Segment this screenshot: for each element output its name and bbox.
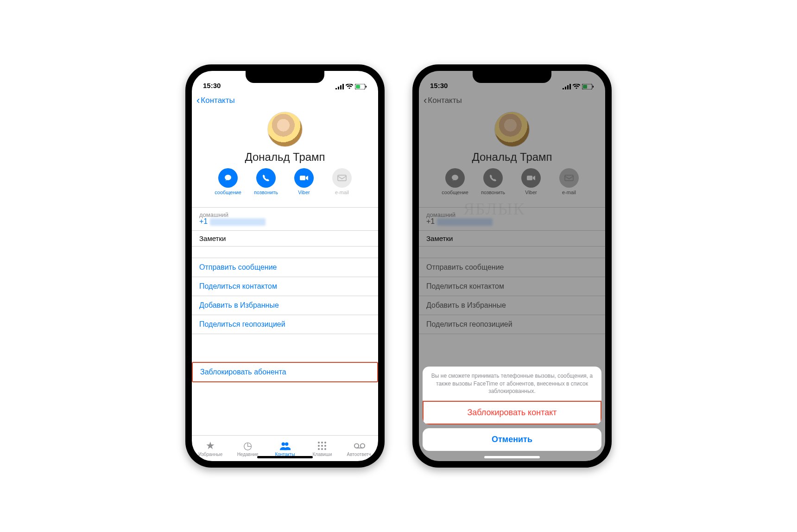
video-icon xyxy=(299,175,309,181)
notch xyxy=(473,71,551,83)
svg-point-12 xyxy=(321,445,323,447)
nav-bar: ‹ Контакты xyxy=(419,91,605,110)
sheet-message: Вы не сможете принимать телефонные вызов… xyxy=(423,367,601,401)
screen-left: 15:30 ‹ Контакты Дональд Трамп сообщение xyxy=(192,71,378,461)
cellular-icon xyxy=(563,84,571,89)
keypad-icon xyxy=(316,440,328,451)
sheet-cancel-button[interactable]: Отменить xyxy=(423,428,601,451)
action-call[interactable]: позвонить xyxy=(251,168,281,195)
svg-point-8 xyxy=(318,442,320,443)
svg-point-16 xyxy=(324,448,326,450)
tab-favorites[interactable]: ★Избранные xyxy=(192,436,229,461)
video-icon xyxy=(526,175,536,181)
action-message: сообщение xyxy=(440,168,470,195)
svg-point-6 xyxy=(282,442,285,445)
link-share-contact: Поделиться контактом xyxy=(419,277,605,296)
battery-icon xyxy=(582,84,594,89)
svg-point-17 xyxy=(354,443,359,448)
action-viber[interactable]: Viber xyxy=(289,168,319,195)
voicemail-icon xyxy=(354,440,365,451)
contact-name: Дональд Трамп xyxy=(419,151,605,164)
action-sheet: Вы не сможете принимать телефонные вызов… xyxy=(423,367,601,424)
action-viber: Viber xyxy=(516,168,546,195)
svg-rect-2 xyxy=(366,86,367,88)
svg-point-23 xyxy=(452,175,458,180)
mail-icon xyxy=(337,175,347,181)
svg-point-11 xyxy=(318,445,320,447)
link-add-favorites: Добавить в Избранные xyxy=(419,296,605,315)
notes-row[interactable]: Заметки xyxy=(192,231,378,247)
phone-value: +1 xyxy=(426,217,598,226)
svg-rect-4 xyxy=(300,176,305,180)
contact-name: Дональд Трамп xyxy=(192,151,378,164)
link-add-favorites[interactable]: Добавить в Избранные xyxy=(192,296,378,315)
svg-rect-1 xyxy=(356,85,360,89)
avatar[interactable] xyxy=(267,112,303,147)
phone-value: +1 xyxy=(199,217,371,226)
back-chevron-icon: ‹ xyxy=(196,95,200,107)
phone-icon xyxy=(489,174,497,182)
svg-point-13 xyxy=(324,445,326,447)
phone-blurred xyxy=(210,218,266,226)
svg-point-10 xyxy=(324,442,326,443)
back-label: Контакты xyxy=(201,96,234,105)
action-row: сообщение позвонить Viber e-mail xyxy=(192,168,378,195)
svg-point-15 xyxy=(321,448,323,450)
status-icons xyxy=(563,84,594,89)
back-label: Контакты xyxy=(428,96,462,105)
phone-field: домашний +1 xyxy=(419,207,605,231)
wifi-icon xyxy=(573,84,580,89)
phone-frame-right: 15:30 ‹ Контакты Дональд Трамп сообщение… xyxy=(412,64,612,468)
link-block-caller[interactable]: Заблокировать абонента xyxy=(192,362,378,382)
avatar xyxy=(494,112,530,147)
home-indicator[interactable] xyxy=(257,456,313,458)
svg-point-7 xyxy=(285,442,288,445)
mail-icon xyxy=(564,175,574,181)
action-row: сообщение позвонить Viber e-mail xyxy=(419,168,605,195)
content-area: Дональд Трамп сообщение позвонить Viber xyxy=(192,110,378,435)
svg-rect-24 xyxy=(527,176,532,180)
action-message[interactable]: сообщение xyxy=(213,168,243,195)
contacts-icon xyxy=(279,440,291,451)
action-email: e-mail xyxy=(327,168,357,195)
cellular-icon xyxy=(335,84,344,89)
phone-field[interactable]: домашний +1 xyxy=(192,207,378,231)
back-chevron-icon: ‹ xyxy=(424,95,427,107)
tab-voicemail[interactable]: Автоответч. xyxy=(341,436,378,461)
notes-row: Заметки xyxy=(419,231,605,247)
link-share-location[interactable]: Поделиться геопозицией xyxy=(192,315,378,334)
wifi-icon xyxy=(346,84,353,89)
link-share-location: Поделиться геопозицией xyxy=(419,315,605,334)
message-icon xyxy=(450,173,460,183)
contact-header: Дональд Трамп сообщение позвонить Viber xyxy=(192,110,378,207)
status-icons xyxy=(335,84,367,89)
svg-rect-22 xyxy=(593,86,594,88)
svg-rect-5 xyxy=(338,175,346,181)
sheet-block-button[interactable]: Заблокировать контакт xyxy=(423,401,601,424)
link-share-contact[interactable]: Поделиться контактом xyxy=(192,277,378,296)
action-email: e-mail xyxy=(554,168,584,195)
screen-right: 15:30 ‹ Контакты Дональд Трамп сообщение… xyxy=(419,71,605,461)
action-call: позвонить xyxy=(478,168,508,195)
nav-bar[interactable]: ‹ Контакты xyxy=(192,91,378,110)
star-icon: ★ xyxy=(205,440,216,451)
svg-rect-25 xyxy=(565,175,573,181)
battery-icon xyxy=(355,84,367,89)
svg-rect-21 xyxy=(583,85,587,89)
svg-point-3 xyxy=(225,175,231,180)
home-indicator[interactable] xyxy=(484,456,540,458)
phone-frame-left: 15:30 ‹ Контакты Дональд Трамп сообщение xyxy=(185,64,385,468)
status-time: 15:30 xyxy=(430,82,448,89)
svg-point-9 xyxy=(321,442,323,443)
link-send-message[interactable]: Отправить сообщение xyxy=(192,258,378,277)
link-send-message: Отправить сообщение xyxy=(419,258,605,277)
svg-point-14 xyxy=(318,448,320,450)
contact-header: Дональд Трамп сообщение позвонить Viber … xyxy=(419,110,605,207)
status-time: 15:30 xyxy=(203,82,221,89)
svg-point-18 xyxy=(361,443,365,448)
clock-icon: ◷ xyxy=(242,440,253,451)
phone-icon xyxy=(262,174,270,182)
notch xyxy=(246,71,324,83)
phone-blurred xyxy=(437,218,493,226)
message-icon xyxy=(223,173,233,183)
